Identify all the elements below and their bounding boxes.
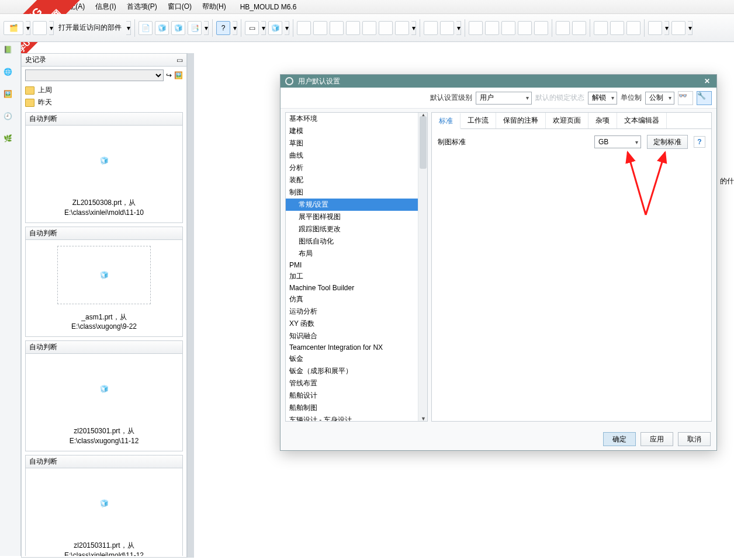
tab[interactable]: 标准: [432, 113, 461, 129]
dropdown-arrow-icon[interactable]: ▾: [456, 21, 461, 35]
toolbar-icon[interactable]: [648, 21, 662, 35]
dropdown-arrow-icon[interactable]: ▾: [688, 21, 693, 35]
tree-item[interactable]: Machine Tool Builder: [286, 283, 418, 293]
tree-item[interactable]: Teamcenter Integration for NX: [286, 342, 418, 353]
maximize-icon[interactable]: ▭: [176, 56, 183, 64]
clock-icon[interactable]: 🕘: [4, 112, 18, 126]
tree-item[interactable]: 建模: [286, 125, 418, 137]
standard-combo[interactable]: GB: [594, 135, 641, 148]
picture-icon[interactable]: 🖼️: [174, 71, 183, 79]
toolbar-icon[interactable]: 🔧: [697, 91, 712, 105]
menu-item[interactable]: 窗口(O): [165, 1, 194, 13]
nav-icon[interactable]: 🌿: [4, 134, 18, 148]
tree-item[interactable]: 装配: [286, 174, 418, 186]
tree-item[interactable]: 船舶设计: [286, 389, 418, 402]
close-icon[interactable]: ✕: [702, 76, 712, 86]
tree-item[interactable]: XY 函数: [286, 318, 418, 330]
tree-item[interactable]: 仿真: [286, 293, 418, 305]
dropdown-arrow-icon[interactable]: ▾: [285, 21, 289, 35]
tab[interactable]: 杂项: [588, 113, 617, 128]
toolbar-icon[interactable]: [379, 21, 393, 35]
tree-item[interactable]: 曲线: [286, 149, 418, 162]
custom-standard-button[interactable]: 定制标准: [647, 135, 688, 149]
toolbar-icon[interactable]: [297, 21, 311, 35]
toolbar-icon[interactable]: [469, 21, 483, 35]
toolbar-icon[interactable]: [610, 21, 624, 35]
scroll-down-icon[interactable]: ▼: [421, 416, 426, 422]
menu-item[interactable]: 首选项(P): [124, 1, 160, 13]
toolbar-icon[interactable]: [33, 21, 47, 35]
toolbar-icon[interactable]: [395, 21, 409, 35]
dropdown-arrow-icon[interactable]: ▾: [204, 21, 209, 35]
tree-item[interactable]: 加工: [286, 270, 418, 283]
toolbar-icon[interactable]: [485, 21, 499, 35]
toolbar-icon[interactable]: 🧊: [155, 21, 169, 35]
tab[interactable]: 保留的注释: [496, 113, 546, 128]
tab[interactable]: 工作流: [461, 113, 496, 128]
dropdown-arrow-icon[interactable]: ▾: [26, 21, 30, 35]
toolbar-icon[interactable]: [362, 21, 376, 35]
tree-item[interactable]: 基本环境: [286, 113, 418, 125]
unit-combo[interactable]: 公制: [645, 92, 674, 105]
tab[interactable]: 欢迎页面: [546, 113, 588, 128]
tree-item[interactable]: PMI: [286, 260, 418, 270]
nav-icon[interactable]: 🌐: [4, 68, 18, 82]
tree-item[interactable]: 分析: [286, 162, 418, 174]
apply-button[interactable]: 应用: [640, 432, 673, 446]
tree-item[interactable]: 钣金: [286, 353, 418, 365]
nav-icon[interactable]: 📗: [4, 46, 18, 60]
toolbar-icon[interactable]: 👓: [678, 91, 693, 105]
tree-item[interactable]: 制图: [286, 186, 418, 199]
toolbar-icon[interactable]: 🧊: [268, 21, 282, 35]
tree-item[interactable]: 车辆设计 - 车身设计: [286, 414, 418, 421]
tree-list[interactable]: 基本环境建模草图曲线分析装配制图常规/设置展平图样视图跟踪图纸更改图纸自动化布局…: [286, 113, 418, 421]
recent-parts-label[interactable]: 打开最近访问的部件: [56, 23, 124, 33]
tree-item[interactable]: 运动分析: [286, 305, 418, 318]
lock-combo[interactable]: 解锁: [588, 92, 617, 105]
toolbar-icon[interactable]: [556, 21, 570, 35]
dropdown-arrow-icon[interactable]: ▾: [261, 21, 266, 35]
ok-button[interactable]: 确定: [603, 432, 636, 446]
refresh-icon[interactable]: ↪: [166, 71, 172, 79]
toolbar-icon[interactable]: [501, 21, 515, 35]
tree-item[interactable]: 钣金（成形和展平）: [286, 365, 418, 377]
history-card[interactable]: 自动判断🧊_asm1.prt，从E:\class\xugong\9-22: [25, 227, 183, 338]
nav-icon[interactable]: 🖼️: [4, 90, 18, 104]
scroll-thumb[interactable]: [420, 116, 427, 169]
toolbar-icon[interactable]: ▭: [245, 21, 259, 35]
dialog-titlebar[interactable]: 用户默认设置 ✕: [281, 75, 716, 88]
toolbar-icon[interactable]: 🧊: [171, 21, 185, 35]
toolbar-icon[interactable]: [534, 21, 548, 35]
cancel-button[interactable]: 取消: [678, 432, 711, 446]
tree-item[interactable]: 常规/设置: [286, 199, 418, 211]
dropdown-arrow-icon[interactable]: ▾: [664, 21, 669, 35]
tree-item[interactable]: 跟踪图纸更改: [286, 223, 418, 235]
dropdown-arrow-icon[interactable]: ▾: [49, 21, 54, 35]
toolbar-icon[interactable]: [440, 21, 454, 35]
toolbar-icon[interactable]: [518, 21, 532, 35]
toolbar-icon[interactable]: [626, 21, 640, 35]
toolbar-icon[interactable]: [313, 21, 327, 35]
toolbar-icon[interactable]: [572, 21, 586, 35]
toolbar-icon[interactable]: 📄: [139, 21, 153, 35]
level-combo[interactable]: 用户: [476, 92, 532, 105]
tree-item[interactable]: 知识融合: [286, 330, 418, 342]
history-card[interactable]: 自动判断🧊ZL20150308.prt，从E:\class\xinlei\mol…: [25, 112, 183, 223]
dropdown-arrow-icon[interactable]: ▾: [233, 21, 237, 35]
toolbar-icon[interactable]: [424, 21, 438, 35]
dropdown-arrow-icon[interactable]: ▾: [126, 21, 131, 35]
dropdown-arrow-icon[interactable]: ▾: [411, 21, 416, 35]
menu-item[interactable]: 具(I): [35, 1, 53, 13]
toolbar-icon[interactable]: [330, 21, 344, 35]
tree-item[interactable]: 管线布置: [286, 377, 418, 389]
help-icon[interactable]: ?: [694, 136, 705, 148]
menu-item[interactable]: 帮助(H): [200, 1, 228, 13]
menu-item[interactable]: 装配(A): [59, 1, 87, 13]
folder-row[interactable]: 上周: [25, 84, 183, 96]
toolbar-icon[interactable]: 🗂️: [4, 21, 23, 35]
tab[interactable]: 文本编辑器: [617, 113, 667, 128]
toolbar-icon[interactable]: [671, 21, 685, 35]
tree-item[interactable]: 草图: [286, 137, 418, 149]
tree-item[interactable]: 布局: [286, 248, 418, 260]
tree-item[interactable]: 船舶制图: [286, 402, 418, 414]
